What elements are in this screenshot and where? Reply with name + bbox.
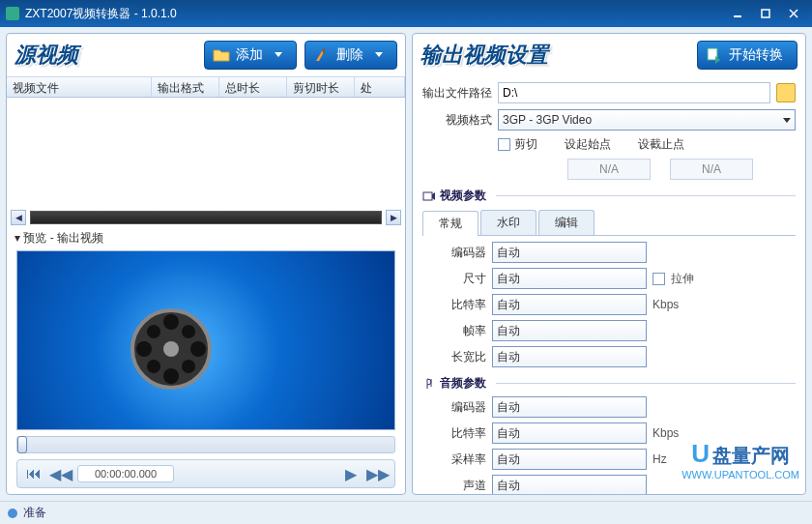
- start-convert-label: 开始转换: [729, 46, 783, 64]
- folder-icon: [213, 46, 230, 64]
- a-channel-label: 声道: [422, 478, 486, 494]
- a-bitrate-unit: Kbps: [652, 426, 679, 440]
- horizontal-scrollbar[interactable]: ◀ ▶: [7, 209, 405, 226]
- a-bitrate-label: 比特率: [422, 425, 486, 442]
- col-process[interactable]: 处: [355, 77, 405, 97]
- svg-point-9: [136, 341, 152, 357]
- add-button-label: 添加: [236, 46, 263, 64]
- delete-button-label: 删除: [336, 46, 363, 64]
- end-point-value: N/A: [670, 159, 753, 180]
- next-button[interactable]: ▶▶: [367, 464, 389, 483]
- v-bitrate-label: 比特率: [422, 297, 486, 313]
- cut-label: 剪切: [514, 136, 537, 153]
- chevron-down-icon: [783, 118, 791, 123]
- a-samplerate-unit: Hz: [652, 452, 667, 466]
- video-format-select[interactable]: 3GP - 3GP Video: [498, 109, 796, 131]
- col-format[interactable]: 输出格式: [152, 77, 219, 97]
- timecode: 00:00:00.000: [77, 465, 174, 482]
- svg-point-7: [163, 314, 179, 330]
- stretch-label: 拉伸: [671, 271, 694, 287]
- scroll-right-icon[interactable]: ▶: [386, 210, 401, 225]
- svg-point-11: [147, 325, 160, 338]
- output-path-input[interactable]: [498, 82, 770, 103]
- minimize-button[interactable]: [725, 6, 750, 21]
- timeline-knob[interactable]: [17, 436, 27, 453]
- start-point-value: N/A: [567, 159, 651, 180]
- status-icon: [8, 509, 17, 518]
- v-encoder-label: 编码器: [422, 245, 486, 261]
- v-bitrate-unit: Kbps: [652, 298, 679, 311]
- close-button[interactable]: [781, 6, 806, 21]
- preview-area: [16, 250, 395, 431]
- first-button[interactable]: ⏮: [23, 464, 44, 483]
- set-end-label: 设截止点: [638, 136, 684, 153]
- a-channel-select[interactable]: 自动: [492, 475, 647, 494]
- set-start-label: 设起始点: [565, 136, 611, 153]
- v-size-label: 尺寸: [422, 271, 486, 287]
- app-icon: [6, 7, 19, 20]
- svg-rect-16: [423, 192, 432, 200]
- video-icon: [422, 189, 436, 203]
- a-encoder-label: 编码器: [422, 399, 486, 416]
- site-watermark: U 盘量产网 WWW.UPANTOOL.COM: [682, 439, 799, 480]
- a-samplerate-select[interactable]: 自动: [492, 449, 647, 470]
- add-button[interactable]: 添加: [204, 41, 297, 70]
- v-fps-select[interactable]: 自动: [492, 320, 647, 341]
- tab-watermark[interactable]: 水印: [480, 210, 536, 235]
- preview-label: 预览 - 输出视频: [7, 226, 405, 248]
- video-params-group: 视频参数: [422, 188, 796, 204]
- title-bar: ZXT2007视频转换器 - 1.0.1.0: [0, 0, 812, 27]
- output-heading: 输出视频设置: [420, 41, 548, 70]
- svg-point-13: [147, 360, 160, 373]
- broom-icon: [313, 46, 331, 64]
- status-bar: 准备: [0, 501, 812, 524]
- file-list[interactable]: [7, 98, 405, 209]
- svg-rect-1: [762, 10, 769, 17]
- col-file[interactable]: 视频文件: [7, 77, 152, 97]
- v-bitrate-select[interactable]: 自动: [492, 294, 647, 315]
- output-path-label: 输出文件路径: [422, 85, 492, 102]
- source-heading: 源视频: [14, 41, 78, 70]
- prev-button[interactable]: ◀◀: [50, 464, 72, 483]
- start-convert-button[interactable]: 开始转换: [697, 41, 798, 70]
- svg-rect-4: [323, 48, 325, 54]
- status-text: 准备: [23, 505, 46, 521]
- maximize-button[interactable]: [753, 6, 778, 21]
- stretch-checkbox[interactable]: [652, 273, 665, 285]
- tab-general[interactable]: 常规: [422, 211, 478, 236]
- file-list-header: 视频文件 输出格式 总时长 剪切时长 处: [7, 76, 405, 98]
- v-size-select[interactable]: 自动: [492, 268, 647, 289]
- timeline-slider[interactable]: [16, 436, 395, 453]
- a-samplerate-label: 采样率: [422, 451, 486, 468]
- col-cut-duration[interactable]: 剪切时长: [287, 77, 355, 97]
- audio-params-group: 音频参数: [422, 375, 796, 392]
- browse-folder-button[interactable]: [776, 83, 796, 102]
- audio-icon: [422, 377, 436, 391]
- v-aspect-label: 长宽比: [422, 349, 486, 365]
- a-bitrate-select[interactable]: 自动: [492, 422, 647, 444]
- film-reel-icon: [123, 301, 219, 397]
- svg-point-8: [163, 368, 179, 384]
- source-panel: 源视频 添加 删除 视频文件 输出格式 总时长 剪切时长 处 ◀ ▶: [6, 33, 406, 495]
- delete-button[interactable]: 删除: [304, 41, 397, 70]
- cut-checkbox[interactable]: [498, 138, 510, 151]
- v-fps-label: 帧率: [422, 323, 486, 339]
- scroll-left-icon[interactable]: ◀: [11, 210, 26, 225]
- v-encoder-select[interactable]: 自动: [492, 242, 647, 263]
- svg-point-12: [182, 325, 195, 338]
- scroll-track[interactable]: [30, 211, 382, 224]
- v-aspect-select[interactable]: 自动: [492, 346, 647, 367]
- chevron-down-icon: [375, 52, 383, 57]
- svg-point-6: [163, 341, 179, 357]
- play-button[interactable]: ▶: [340, 464, 362, 483]
- svg-point-10: [190, 341, 206, 357]
- col-duration[interactable]: 总时长: [219, 77, 287, 97]
- svg-point-14: [182, 360, 195, 373]
- a-encoder-select[interactable]: 自动: [492, 396, 647, 418]
- window-title: ZXT2007视频转换器 - 1.0.1.0: [25, 6, 177, 22]
- output-settings-panel: 输出视频设置 开始转换 输出文件路径 视频格式 3GP - 3GP Video …: [412, 33, 806, 495]
- video-format-label: 视频格式: [422, 112, 492, 129]
- convert-icon: [706, 46, 723, 64]
- tab-edit[interactable]: 编辑: [538, 210, 594, 235]
- player-controls: ⏮ ◀◀ 00:00:00.000 ▶ ▶▶: [16, 459, 395, 488]
